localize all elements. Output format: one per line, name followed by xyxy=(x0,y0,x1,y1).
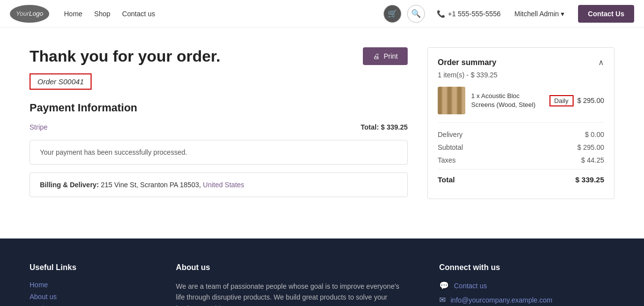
connect-contact-link[interactable]: Contact us xyxy=(454,282,487,290)
footer-about: About us We are a team of passionate peo… xyxy=(176,263,410,306)
nav-home[interactable]: Home xyxy=(64,10,82,18)
nav-contact-us[interactable]: Contact us xyxy=(122,10,155,18)
total-row: Total $ 339.25 xyxy=(438,169,604,184)
product-image xyxy=(438,87,465,114)
payment-success-box: Your payment has been successfully proce… xyxy=(30,140,408,165)
subtotal-value: $ 295.00 xyxy=(578,143,605,151)
logo[interactable]: YourLogo xyxy=(10,5,49,23)
order-id-box: Order S00041 xyxy=(30,73,92,90)
print-icon: 🖨 xyxy=(373,52,380,60)
daily-badge: Daily xyxy=(549,95,574,106)
subtotal-row: Subtotal $ 295.00 xyxy=(438,143,604,151)
order-summary-count: 1 item(s) - $ 339.25 xyxy=(438,71,604,79)
payment-success-msg: Your payment has been successfully proce… xyxy=(40,148,187,156)
cart-icon-btn[interactable]: 🛒 xyxy=(384,5,401,23)
chat-icon: 💬 xyxy=(439,281,449,290)
useful-links-title: Useful Links xyxy=(30,263,146,272)
total-value: $ 339.25 xyxy=(576,175,604,184)
taxes-value: $ 44.25 xyxy=(581,156,604,164)
footer-links-list: Home About us Products Services xyxy=(30,281,146,306)
stripe-row: Stripe Total: $ 339.25 xyxy=(30,123,408,131)
payment-method-label: Stripe xyxy=(30,123,48,131)
search-icon: 🔍 xyxy=(411,9,421,18)
order-item-right: Daily $ 295.00 xyxy=(549,95,604,106)
connect-title: Connect with us xyxy=(439,263,614,272)
order-item-price: $ 295.00 xyxy=(578,97,605,104)
order-summary-title: Order summary xyxy=(438,58,496,67)
total-label: Total xyxy=(438,175,455,184)
svg-rect-3 xyxy=(448,87,451,114)
svg-rect-6 xyxy=(462,87,465,114)
footer: Useful Links Home About us Products Serv… xyxy=(0,238,644,306)
collapse-icon[interactable]: ∧ xyxy=(598,58,604,67)
billing-label: Billing & Delivery: xyxy=(40,181,99,189)
svg-rect-4 xyxy=(452,87,456,114)
thank-you-title: Thank you for your order. xyxy=(30,47,221,66)
chevron-down-icon: ▾ xyxy=(561,10,564,18)
svg-rect-2 xyxy=(443,87,447,114)
nav-icons: 🛒 🔍 📞 +1 555-555-5556 Mitchell Admin ▾ C… xyxy=(384,5,634,23)
product-img-placeholder xyxy=(438,87,465,114)
svg-rect-5 xyxy=(457,87,461,114)
navbar: YourLogo Home Shop Contact us 🛒 🔍 📞 +1 5… xyxy=(0,0,644,28)
billing-box: Billing & Delivery: 215 Vine St, Scranto… xyxy=(30,172,408,197)
order-summary: Order summary ∧ 1 item(s) - $ 339.25 xyxy=(427,47,614,199)
delivery-row: Delivery $ 0.00 xyxy=(438,131,604,138)
delivery-label: Delivery xyxy=(438,131,463,138)
main-content: Thank you for your order. 🖨 Print Order … xyxy=(0,28,644,219)
svg-rect-1 xyxy=(438,87,442,114)
order-item-details: 1 x Acoustic Bloc Screens (Wood, Steel) xyxy=(471,92,544,109)
order-section: Thank you for your order. 🖨 Print Order … xyxy=(30,47,408,197)
cart-icon: 🛒 xyxy=(387,9,397,18)
footer-link-about[interactable]: About us xyxy=(30,293,146,301)
phone-icon: 📞 xyxy=(437,10,445,18)
delivery-value: $ 0.00 xyxy=(585,131,604,138)
user-menu[interactable]: Mitchell Admin ▾ xyxy=(515,10,564,18)
order-item-name: 1 x Acoustic Bloc Screens (Wood, Steel) xyxy=(471,92,544,109)
order-summary-header: Order summary ∧ xyxy=(438,58,604,67)
nav-links: Home Shop Contact us xyxy=(64,10,384,18)
taxes-label: Taxes xyxy=(438,156,456,164)
footer-useful-links: Useful Links Home About us Products Serv… xyxy=(30,263,146,306)
footer-inner: Useful Links Home About us Products Serv… xyxy=(30,263,614,306)
payment-total: Total: $ 339.25 xyxy=(361,123,408,131)
about-title: About us xyxy=(176,263,410,272)
contact-us-button[interactable]: Contact Us xyxy=(578,5,634,23)
phone-number: 📞 +1 555-555-5556 xyxy=(437,10,501,18)
about-text: We are a team of passionate people whose… xyxy=(176,281,410,306)
payment-info-title: Payment Information xyxy=(30,102,408,114)
billing-country[interactable]: United States xyxy=(203,181,244,189)
email-icon: ✉ xyxy=(439,295,446,305)
subtotal-label: Subtotal xyxy=(438,143,463,151)
nav-shop[interactable]: Shop xyxy=(94,10,110,18)
taxes-row: Taxes $ 44.25 xyxy=(438,156,604,164)
logo-text: YourLogo xyxy=(10,5,49,23)
connect-email-link[interactable]: info@yourcompany.example.com xyxy=(451,296,552,304)
search-icon-btn[interactable]: 🔍 xyxy=(407,5,425,23)
connect-contact: 💬 Contact us xyxy=(439,281,614,290)
connect-email: ✉ info@yourcompany.example.com xyxy=(439,295,614,305)
footer-connect: Connect with us 💬 Contact us ✉ info@your… xyxy=(439,263,614,306)
footer-link-home[interactable]: Home xyxy=(30,281,146,289)
print-button[interactable]: 🖨 Print xyxy=(363,47,408,65)
order-item: 1 x Acoustic Bloc Screens (Wood, Steel) … xyxy=(438,87,604,123)
